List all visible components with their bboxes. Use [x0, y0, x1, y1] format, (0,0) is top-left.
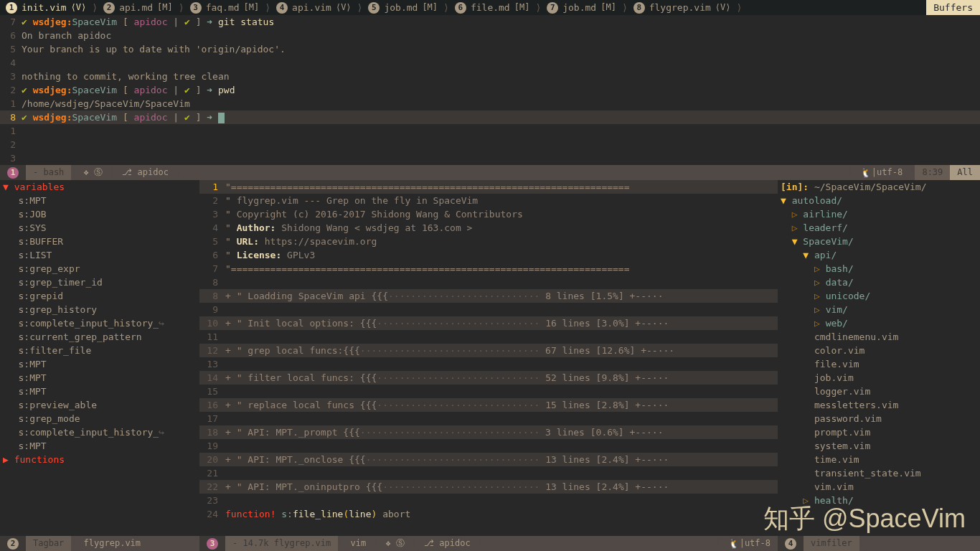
file-size: - 14.7k flygrep.vim [225, 536, 338, 551]
branch-segment: ⎇ apidoc [417, 536, 478, 551]
tab-faq-md[interactable]: 3 faq.md [M] [184, 1, 265, 14]
window-number: 4 [785, 538, 796, 550]
terminal-pane[interactable]: 7✔ wsdjeg:SpaceVim [ apidoc | ✔ ] ➜ git … [0, 15, 980, 165]
file-tree-pane[interactable]: [in]: ~/SpaceVim/SpaceVim/▼ autoload/ ▷ … [778, 180, 980, 536]
tab-api-md[interactable]: 2 api.md [M] [98, 1, 179, 14]
tab-flygrep-vim[interactable]: 8 flygrep.vim ⟨V⟩ [628, 1, 737, 14]
scroll-pct: All [950, 165, 980, 180]
buffers-label: Buffers [926, 0, 980, 15]
mode-segment: - bash [26, 165, 71, 180]
fold-line[interactable]: 8+ " Loadding SpaceVim api {{{··········… [199, 289, 778, 303]
symbols-segment: ❖ Ⓢ [77, 165, 110, 180]
tagbar-file: flygrep.vim [77, 536, 148, 551]
fold-line[interactable]: 10+ " Init local options: {{{···········… [199, 316, 778, 330]
pane-name: vimfiler [804, 536, 859, 551]
tagbar-pane[interactable]: ▼ variables s:MPT s:JOB s:SYS s:BUFFER s… [0, 180, 199, 536]
branch-segment: ⎇ apidoc [115, 165, 176, 180]
terminal-statusbar: 1 - bash ⟩ ❖ Ⓢ ⟩ ⎇ apidoc ⟩ ⟨ 🐧 | utf-8 … [0, 165, 980, 180]
cursor-pos: 8:39 [915, 165, 950, 180]
window-number: 3 [207, 538, 218, 550]
tab-number: 1 [6, 2, 17, 14]
fold-line[interactable]: 16+ " replace local funcs {{{···········… [199, 398, 778, 412]
fold-line[interactable]: 20+ " API: MPT._onclose {{{·············… [199, 453, 778, 466]
window-number: 2 [7, 538, 19, 550]
fold-line[interactable]: 14+ " filter local funcs: {{{···········… [199, 371, 778, 385]
tab-job-md-2[interactable]: 7 job.md [M] [541, 1, 622, 14]
markdown-icon: [M] [514, 1, 530, 14]
window-number: 1 [7, 167, 19, 179]
symbols-segment: ❖ Ⓢ [378, 536, 411, 551]
buffer-tabbar: 1 init.vim ⟨V⟩ ⟩ 2 api.md [M] ⟩ 3 faq.md… [0, 0, 980, 15]
vim-icon: ⟨V⟩ [336, 1, 352, 14]
os-enc: 🐧 | utf-8 [721, 536, 778, 551]
os-icon: 🐧 | utf-8 [853, 165, 910, 180]
pane-name: Tagbar [26, 536, 71, 551]
markdown-icon: [M] [244, 1, 260, 14]
filetype-segment: vim [344, 536, 374, 551]
bottom-statusbars: 2 Tagbar ⟩ flygrep.vim 3 - 14.7k flygrep… [0, 536, 980, 551]
fold-line[interactable]: 18+ " API: MPT._prompt {{{··············… [199, 425, 778, 439]
markdown-icon: [M] [157, 1, 173, 14]
tab-init-vim[interactable]: 1 init.vim ⟨V⟩ [0, 1, 92, 14]
tab-file-md[interactable]: 6 file.md [M] [449, 1, 535, 14]
tab-label: init.vim [22, 1, 67, 14]
markdown-icon: [M] [600, 1, 616, 14]
vim-icon: ⟨V⟩ [71, 1, 87, 14]
markdown-icon: [M] [422, 1, 438, 14]
tab-job-md[interactable]: 5 job.md [M] [362, 1, 443, 14]
tab-api-vim[interactable]: 4 api.vim ⟨V⟩ [270, 1, 357, 14]
fold-line[interactable]: 12+ " grep local funcs:{{{··············… [199, 344, 778, 357]
fold-line[interactable]: 22+ " API: MPT._oninputpro {{{··········… [199, 480, 778, 494]
code-pane[interactable]: 1"======================================… [199, 180, 778, 536]
vim-icon: ⟨V⟩ [715, 1, 731, 14]
